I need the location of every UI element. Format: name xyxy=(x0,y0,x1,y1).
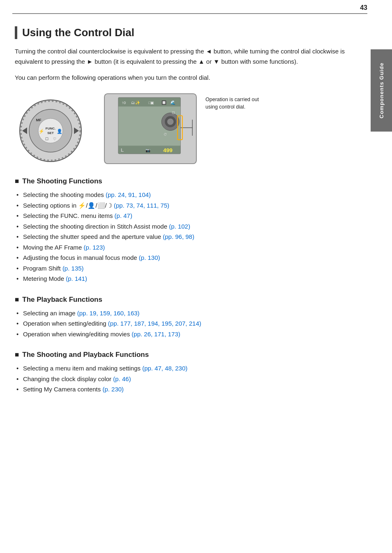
list-item: Operation when viewing/editing movies (p… xyxy=(16,329,362,340)
link-pp177[interactable]: (pp. 177, xyxy=(108,320,132,327)
link-pp19[interactable]: (pp. 19, xyxy=(77,310,98,317)
list-item: Setting My Camera contents (p. 230) xyxy=(16,384,362,395)
link-pp47[interactable]: (pp. 47, xyxy=(142,365,163,372)
svg-text:⏱: ⏱ xyxy=(164,132,167,137)
link-pp96[interactable]: (pp. 96, xyxy=(163,233,184,240)
svg-point-22 xyxy=(167,118,174,125)
camera-screen-area: ↑0 🗂✨ □▣ 🔲 🌊 ⊡ ⏱ L 📷 xyxy=(101,92,259,166)
list-item: Selecting the shooting modes (pp. 24, 91… xyxy=(16,190,362,200)
list-item: Selecting the shutter speed and the aper… xyxy=(16,231,362,242)
svg-text:☐: ☐ xyxy=(45,137,48,141)
list-item: Selecting an image (pp. 19, 159, 160, 16… xyxy=(16,308,362,319)
list-item: Program Shift (p. 135) xyxy=(16,263,362,274)
list-item: Operation when setting/editing (pp. 177,… xyxy=(16,318,362,329)
shooting-functions-section: The Shooting Functions Selecting the sho… xyxy=(15,177,362,284)
link-91[interactable]: 91, xyxy=(128,191,137,198)
svg-text:📷: 📷 xyxy=(145,148,151,153)
link-207[interactable]: 207, xyxy=(175,320,187,327)
right-arrow-icon: ► xyxy=(87,57,93,67)
link-194[interactable]: 194, xyxy=(148,320,160,327)
link-48[interactable]: 48, xyxy=(165,365,173,372)
link-160[interactable]: 160, xyxy=(113,310,125,317)
link-p102[interactable]: (p. 102) xyxy=(169,223,190,230)
svg-text:⚡: ⚡ xyxy=(39,128,44,134)
list-item: Adjusting the focus in manual focus mode… xyxy=(16,252,362,263)
link-173[interactable]: 173) xyxy=(168,331,180,338)
svg-text:□▣: □▣ xyxy=(148,101,154,105)
svg-text:SET: SET xyxy=(47,131,54,135)
shooting-functions-heading: The Shooting Functions xyxy=(15,177,362,185)
list-item: Metering Mode (p. 141) xyxy=(16,273,362,284)
intro-paragraph-1: Turning the control dial counterclockwis… xyxy=(15,46,362,67)
link-163[interactable]: 163) xyxy=(127,310,140,317)
link-104[interactable]: 104) xyxy=(138,191,151,198)
list-item: Selecting the FUNC. menu items (p. 47) xyxy=(16,211,362,221)
up-arrow-icon: ▲ xyxy=(198,57,205,67)
svg-text:↑0: ↑0 xyxy=(122,100,126,105)
link-pp26[interactable]: (pp. 26, xyxy=(131,331,152,338)
shooting-functions-list: Selecting the shooting modes (pp. 24, 91… xyxy=(16,190,362,284)
side-tab: Components Guide xyxy=(371,49,392,132)
svg-text:FUNC.: FUNC. xyxy=(46,127,55,130)
svg-text:👤: 👤 xyxy=(57,128,62,134)
figure-row: FUNC. SET MF ⚡ 👤 ☐ ♡ xyxy=(15,92,362,166)
link-p135[interactable]: (p. 135) xyxy=(62,265,84,272)
playback-functions-list: Selecting an image (pp. 19, 159, 160, 16… xyxy=(16,308,362,340)
link-p123[interactable]: (p. 123) xyxy=(84,244,105,251)
playback-functions-heading: The Playback Functions xyxy=(15,296,362,304)
list-item: Moving the AF Frame (p. 123) xyxy=(16,242,362,253)
link-pp24[interactable]: (pp. 24, xyxy=(106,191,127,198)
page-title: Using the Control Dial xyxy=(15,26,362,39)
link-187[interactable]: 187, xyxy=(134,320,146,327)
link-214[interactable]: 214) xyxy=(189,320,201,327)
shooting-playback-section: The Shooting and Playback Functions Sele… xyxy=(15,351,362,395)
svg-text:499: 499 xyxy=(163,147,173,153)
dial-figure: FUNC. SET MF ⚡ 👤 ☐ ♡ xyxy=(15,92,89,165)
link-p46[interactable]: (p. 46) xyxy=(113,375,131,382)
link-p130[interactable]: (p. 130) xyxy=(139,254,160,261)
svg-text:MF: MF xyxy=(36,118,42,122)
link-p141[interactable]: (p. 141) xyxy=(66,275,87,282)
link-74[interactable]: 74, xyxy=(136,202,145,209)
intro-paragraph-2: You can perform the following operations… xyxy=(15,73,362,83)
link-230a[interactable]: 230) xyxy=(175,365,187,372)
callout-text: Operation is carried out using control d… xyxy=(205,96,259,111)
svg-text:🌊: 🌊 xyxy=(171,100,176,105)
link-p230[interactable]: (p. 230) xyxy=(102,386,124,393)
link-pp73[interactable]: (pp. 73, xyxy=(114,202,135,209)
list-item: Selecting a menu item and making setting… xyxy=(16,363,362,374)
link-159[interactable]: 159, xyxy=(100,310,112,317)
shooting-playback-list: Selecting a menu item and making setting… xyxy=(16,363,362,395)
list-item: Changing the clock display color (p. 46) xyxy=(16,374,362,384)
svg-text:🔲: 🔲 xyxy=(161,100,167,105)
shooting-playback-heading: The Shooting and Playback Functions xyxy=(15,351,362,359)
svg-text:🗂✨: 🗂✨ xyxy=(131,100,141,105)
link-171[interactable]: 171, xyxy=(154,331,166,338)
link-111[interactable]: 111, xyxy=(147,202,159,209)
svg-text:♡: ♡ xyxy=(53,137,56,141)
link-75[interactable]: 75) xyxy=(160,202,169,209)
down-arrow-icon-text: ▼ xyxy=(213,57,219,67)
link-98[interactable]: 98) xyxy=(185,233,194,240)
svg-text:⊡: ⊡ xyxy=(172,111,175,115)
playback-functions-section: The Playback Functions Selecting an imag… xyxy=(15,296,362,340)
left-arrow-icon: ◄ xyxy=(206,46,212,57)
link-p47[interactable]: (p. 47) xyxy=(115,212,132,219)
list-item: Selecting options in ⚡/👤/⬜/☽ (pp. 73, 74… xyxy=(16,200,362,211)
list-item: Selecting the shooting direction in Stit… xyxy=(16,221,362,232)
page-number: 43 xyxy=(360,4,367,12)
link-195[interactable]: 195, xyxy=(161,320,173,327)
svg-text:L: L xyxy=(121,147,124,153)
top-border xyxy=(12,13,367,14)
